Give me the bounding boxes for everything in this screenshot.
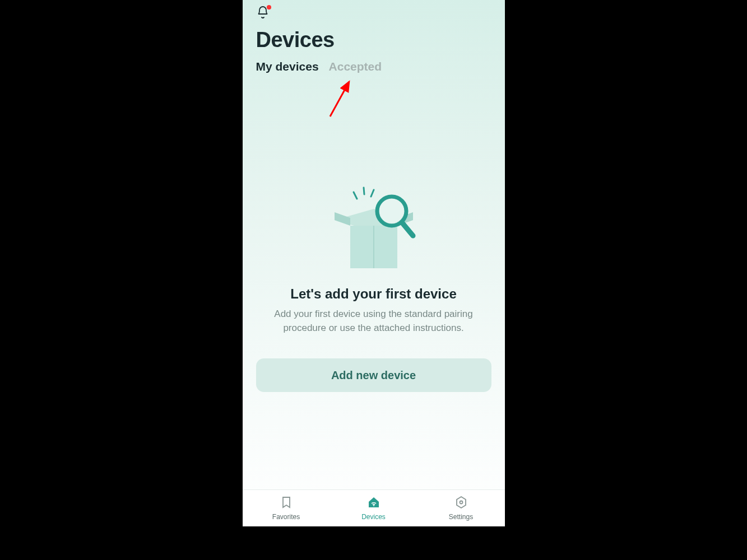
add-new-device-button[interactable]: Add new device [256, 358, 491, 392]
svg-point-11 [379, 199, 404, 223]
tabs: My devices Accepted [243, 57, 505, 73]
nav-settings[interactable]: Settings [417, 490, 505, 526]
nav-label: Settings [449, 513, 473, 521]
bookmark-icon [280, 496, 293, 511]
page-title: Devices [243, 21, 505, 57]
top-bar [243, 0, 505, 21]
tab-accepted[interactable]: Accepted [329, 60, 382, 73]
notification-dot-icon [267, 5, 271, 10]
main-content: Let's add your first device Add your fir… [243, 73, 505, 489]
svg-line-12 [402, 222, 413, 236]
svg-line-2 [364, 188, 364, 194]
svg-marker-6 [335, 212, 350, 226]
svg-marker-14 [457, 497, 466, 508]
empty-state-body: Add your first device using the standard… [262, 307, 486, 335]
app-screen: Devices My devices Accepted [243, 0, 505, 526]
notifications-button[interactable] [256, 6, 272, 21]
home-wifi-icon [367, 496, 381, 511]
svg-point-13 [373, 505, 374, 506]
nav-devices[interactable]: Devices [330, 490, 417, 526]
nav-label: Favorites [272, 513, 300, 521]
nav-label: Devices [361, 513, 386, 521]
svg-point-15 [460, 501, 462, 504]
bottom-nav: Favorites Devices Settings [243, 489, 505, 526]
svg-line-3 [371, 190, 374, 197]
empty-box-illustration [323, 185, 424, 275]
nav-favorites[interactable]: Favorites [243, 490, 330, 526]
settings-icon [454, 496, 468, 511]
svg-line-1 [354, 192, 357, 199]
empty-state-title: Let's add your first device [290, 286, 456, 302]
tab-my-devices[interactable]: My devices [256, 60, 319, 73]
bell-icon [256, 11, 270, 21]
